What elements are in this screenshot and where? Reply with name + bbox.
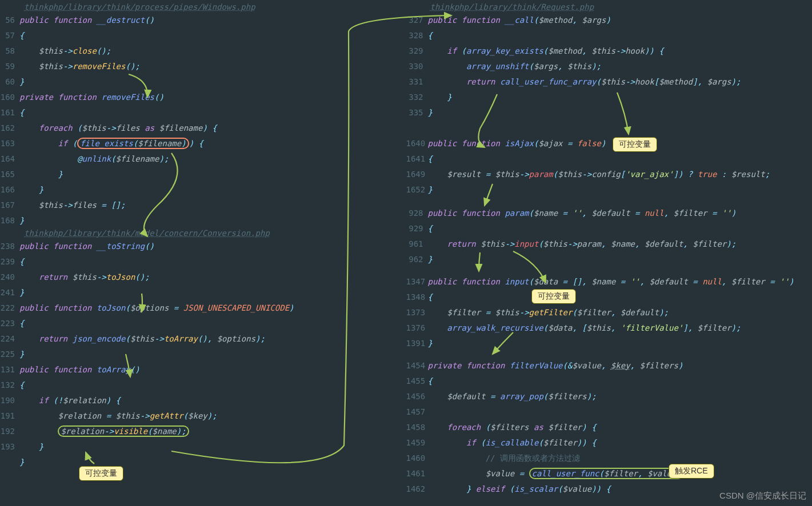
file-path-1: thinkphp/library/think/process/pipes/Win… — [24, 2, 406, 11]
highlight-call-user-func: call_user_func($filter, $value) — [529, 468, 684, 479]
badge-trigger-rce: 触发RCE — [669, 464, 714, 479]
file-path-3: thinkphp/library/think/Request.php — [430, 2, 813, 11]
highlight-file-exists: file_exists($filename) — [77, 138, 189, 149]
file-path-2: thinkphp/library/think/model/concern/Con… — [24, 228, 406, 238]
right-code-panel: thinkphp/library/think/Request.php 327pu… — [406, 0, 813, 497]
badge-controllable-3: 可控变量 — [531, 289, 576, 304]
badge-controllable-1: 可控变量 — [79, 466, 123, 481]
badge-controllable-2: 可控变量 — [613, 137, 657, 152]
highlight-visible-call: $relation->visible($name); — [58, 425, 189, 437]
left-code-panel: thinkphp/library/think/process/pipes/Win… — [0, 0, 406, 497]
watermark: CSDN @信安成长日记 — [719, 491, 806, 501]
